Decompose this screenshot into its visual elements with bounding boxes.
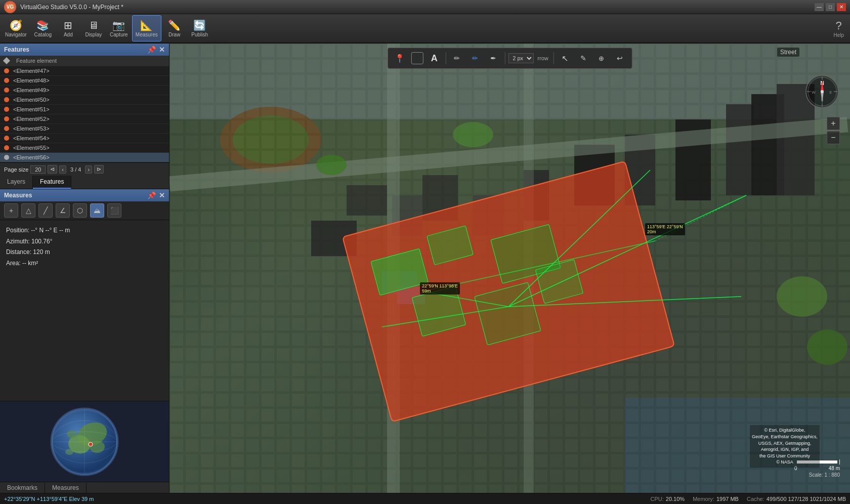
draw-tool-pen1[interactable]: ✏ <box>449 50 465 66</box>
bottom-tab-measures[interactable]: Measures <box>45 483 87 493</box>
toolbar-display[interactable]: 🖥 Display <box>81 15 106 41</box>
display-label: Display <box>85 32 102 37</box>
draw-separator-1 <box>445 52 446 64</box>
feature-item-53[interactable]: <Element#53> <box>0 124 169 134</box>
toolbar-navigator[interactable]: 🧭 Navigator <box>2 15 30 41</box>
features-header-controls: 📌 ✕ <box>147 46 165 54</box>
add-icon: ⊞ <box>64 19 72 31</box>
features-title: Features <box>4 46 29 53</box>
svg-text:E: E <box>829 90 832 95</box>
measure-tool-angle2[interactable]: ∠ <box>56 203 70 218</box>
toolbar-add[interactable]: ⊞ Add <box>56 15 80 41</box>
feature-item-56[interactable]: <Element#56> <box>0 153 169 162</box>
scale-end <box>839 459 840 465</box>
feature-item-50[interactable]: <Element#50> <box>0 95 169 105</box>
draw-style-label: rrow <box>537 55 548 61</box>
features-header-left: Features <box>4 46 29 53</box>
zoom-out-button[interactable]: − <box>827 131 840 144</box>
draw-tool-text[interactable]: A <box>426 50 442 66</box>
draw-tool-pin[interactable]: 📍 <box>392 50 408 66</box>
features-list: <Element#47> <Element#48> <Element#49> <… <box>0 66 169 162</box>
first-page-button[interactable]: ⊲ <box>48 165 57 174</box>
feature-item-48[interactable]: <Element#48> <box>0 76 169 86</box>
draw-icon: ✏️ <box>168 19 181 31</box>
draw-tool-select[interactable]: ↖ <box>557 50 573 66</box>
svg-point-45 <box>777 276 827 317</box>
measures-header-controls: 📌 ✕ <box>147 191 165 199</box>
draw-tool-node[interactable]: ⊕ <box>593 50 610 66</box>
catalog-icon: 📚 <box>36 19 49 31</box>
features-subheader: Feature element <box>0 56 169 66</box>
draw-separator-2 <box>504 52 505 64</box>
feature-item-54[interactable]: <Element#54> <box>0 134 169 143</box>
display-icon: 🖥 <box>89 20 99 31</box>
measures-close-icon[interactable]: ✕ <box>159 191 165 199</box>
feature-dot <box>4 126 9 131</box>
title-bar: VG VirtualGeo Studio V5.0.0 - MyProject … <box>0 0 850 14</box>
add-label: Add <box>64 32 73 37</box>
feature-dot <box>4 145 9 150</box>
draw-width-select[interactable]: 2 px1 px3 px4 px <box>508 53 533 63</box>
toolbar-capture[interactable]: 📷 Capture <box>107 15 131 41</box>
feature-item-49[interactable]: <Element#49> <box>0 86 169 95</box>
measure-tool-area[interactable]: ⬡ <box>73 203 87 218</box>
toolbar-draw[interactable]: ✏️ Draw <box>162 15 187 41</box>
draw-tool-pen3[interactable]: ✒ <box>485 50 501 66</box>
draw-tool-polygon[interactable] <box>411 52 423 64</box>
feature-item-55[interactable]: <Element#55> <box>0 143 169 153</box>
navigator-label: Navigator <box>5 32 27 37</box>
help-button[interactable]: ? Help <box>829 18 848 39</box>
close-button[interactable]: ✕ <box>837 3 846 11</box>
draw-tool-pen2[interactable]: ✏ <box>467 50 483 66</box>
svg-point-5 <box>67 430 77 438</box>
feature-name: <Element#48> <box>13 77 50 83</box>
next-page-button[interactable]: › <box>85 165 92 174</box>
help-label: Help <box>833 32 844 38</box>
feature-item-51[interactable]: <Element#51> <box>0 105 169 114</box>
tab-features[interactable]: Features <box>33 176 71 189</box>
bottom-tab-bookmarks[interactable]: Bookmarks <box>0 483 45 493</box>
svg-point-7 <box>89 442 93 446</box>
memory-value: 1997 MB <box>716 496 739 502</box>
measures-label: Measures <box>136 32 158 37</box>
zoom-in-button[interactable]: + <box>827 117 840 130</box>
feature-dot <box>4 68 9 73</box>
measures-icon: 📐 <box>140 19 153 31</box>
draw-label: Draw <box>168 32 180 37</box>
minimize-button[interactable]: — <box>815 3 824 11</box>
tab-layers[interactable]: Layers <box>0 176 33 189</box>
attribution: © Esri, DigitalGlobe,GeoEye, Earthstar G… <box>750 425 820 468</box>
globe-svg <box>49 406 120 477</box>
measures-pin-icon[interactable]: 📌 <box>147 191 156 199</box>
capture-icon: 📷 <box>112 19 125 31</box>
feature-name: <Element#54> <box>13 135 50 141</box>
draw-tool-delete[interactable]: ↩ <box>612 50 628 66</box>
measure-tool-add[interactable]: + <box>4 203 18 218</box>
feature-dot <box>4 78 9 83</box>
draw-tool-edit[interactable]: ✎ <box>575 50 591 66</box>
publish-icon: 🔄 <box>193 19 206 31</box>
toolbar-catalog[interactable]: 📚 Catalog <box>31 15 55 41</box>
measure-tool-line[interactable]: ╱ <box>38 203 53 218</box>
main-layout: Features 📌 ✕ Feature element <Element#47… <box>0 44 850 493</box>
feature-item-52[interactable]: <Element#52> <box>0 114 169 124</box>
measure-tool-terrain[interactable]: ⛰ <box>90 203 104 218</box>
features-pin-icon[interactable]: 📌 <box>147 46 156 54</box>
feature-item-47[interactable]: <Element#47> <box>0 66 169 76</box>
svg-point-43 <box>316 155 347 175</box>
features-close-icon[interactable]: ✕ <box>159 46 165 54</box>
measure-tool-angle[interactable]: △ <box>21 203 35 218</box>
measure-tool-extra[interactable]: ⬛ <box>107 203 121 218</box>
prev-page-button[interactable]: ‹ <box>59 165 66 174</box>
toolbar-publish[interactable]: 🔄 Publish <box>188 15 212 41</box>
toolbar-measures[interactable]: 📐 Measures <box>132 15 161 41</box>
features-header: Features 📌 ✕ <box>0 44 169 56</box>
compass: N S W E <box>804 74 840 109</box>
toolbar: 🧭 Navigator 📚 Catalog ⊞ Add 🖥 Display 📷 … <box>0 14 850 44</box>
map-area[interactable]: 113°59'E 22°59'N20m 22°59'N 113°98'E59m … <box>169 44 850 493</box>
last-page-button[interactable]: ⊳ <box>94 165 104 174</box>
maximize-button[interactable]: □ <box>826 3 835 11</box>
svg-rect-26 <box>347 185 387 216</box>
page-size-input[interactable] <box>30 165 46 174</box>
feature-dot <box>4 155 9 160</box>
